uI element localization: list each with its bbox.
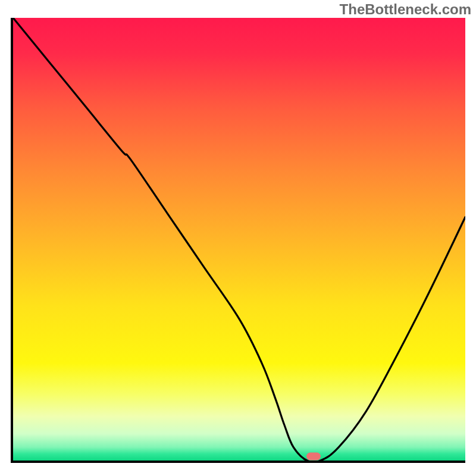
chart-container: TheBottleneck.com: [0, 0, 476, 476]
watermark-text: TheBottleneck.com: [340, 1, 471, 18]
optimal-marker: [306, 453, 321, 461]
plot-area: [11, 18, 465, 463]
bottleneck-curve: [13, 18, 465, 461]
